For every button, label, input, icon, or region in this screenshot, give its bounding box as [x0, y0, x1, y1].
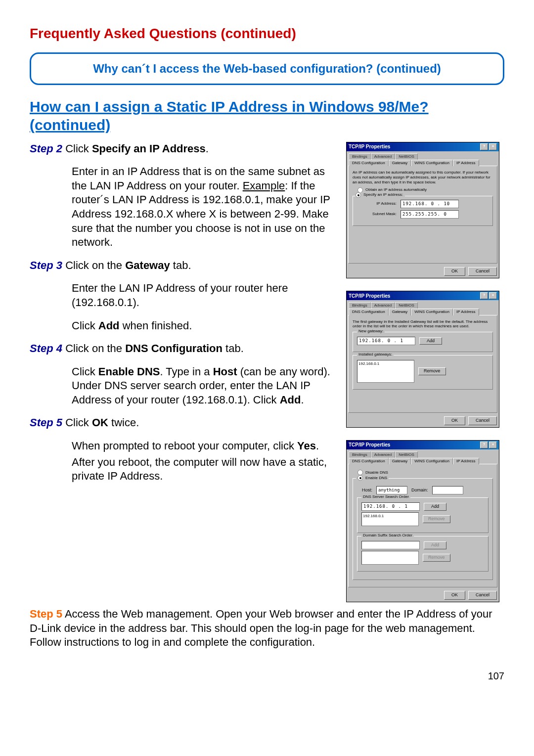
step2-body: Enter in an IP Address that is on the sa… [72, 165, 336, 250]
close-icon[interactable]: × [489, 143, 497, 150]
tab-gateway[interactable]: Gateway [389, 309, 411, 315]
remove-button[interactable]: Remove [423, 515, 450, 523]
tab-dns[interactable]: DNS Configuration [349, 160, 389, 166]
close-icon[interactable]: × [489, 442, 497, 448]
subnet-mask-label: Subnet Mask: [369, 212, 397, 217]
remove-button[interactable]: Remove [418, 367, 446, 375]
help-icon[interactable]: ? [480, 292, 488, 299]
close-icon[interactable]: × [489, 292, 497, 299]
tab-bindings[interactable]: Bindings [349, 153, 371, 160]
tcpip-dialog-ipaddress: TCP/IP Properties ? × Bindings Advanced … [346, 142, 499, 278]
host-input[interactable]: anything [376, 486, 407, 494]
step3-body1: Enter the LAN IP Address of your router … [72, 281, 336, 310]
help-icon[interactable]: ? [480, 143, 488, 150]
ip-address-label: IP Address: [369, 201, 397, 206]
tcpip-dialog-dns: TCP/IP Properties ? × Bindings Advanced … [346, 440, 499, 602]
domain-label: Domain: [411, 488, 428, 493]
subnet-mask-input[interactable]: 255.255.255. 0 [400, 210, 459, 219]
step5a-head: Step 5 Click OK twice. [30, 416, 336, 430]
new-gateway-label: New gateway: [357, 329, 385, 334]
ok-button[interactable]: OK [444, 267, 465, 276]
step3-label: Step 3 [30, 259, 62, 271]
tab-netbios[interactable]: NetBIOS [395, 302, 418, 309]
cancel-button[interactable]: Cancel [468, 416, 497, 425]
dialog-title: TCP/IP Properties [349, 143, 390, 150]
tab-dns[interactable]: DNS Configuration [349, 458, 389, 464]
step5a-body1: When prompted to reboot your computer, c… [72, 439, 336, 453]
page-number: 107 [30, 669, 504, 682]
callout-box: Why can´t I access the Web-based configu… [30, 52, 504, 85]
add-button[interactable]: Add [424, 541, 446, 549]
tab-wins[interactable]: WINS Configuration [411, 160, 453, 166]
dialog-title: TCP/IP Properties [349, 442, 390, 448]
radio-specify[interactable]: Specify an IP address: [356, 192, 405, 198]
tab-dns[interactable]: DNS Configuration [349, 309, 389, 315]
installed-gateways-label: Installed gateways: [357, 352, 394, 357]
step5a-label: Step 5 [30, 416, 62, 429]
step2-head: Step 2 Click Specify an IP Address. [30, 142, 336, 156]
tab-bindings[interactable]: Bindings [349, 451, 371, 458]
ok-button[interactable]: OK [444, 416, 465, 425]
radio-enable-dns[interactable]: Enable DNS [357, 475, 387, 481]
new-gateway-input[interactable]: 192.168. 0 . 1 [357, 337, 415, 345]
tab-gateway[interactable]: Gateway [389, 160, 411, 166]
step4-body: Click Enable DNS. Type in a Host (can be… [72, 365, 336, 407]
cancel-button[interactable]: Cancel [468, 267, 497, 276]
step5a-body2: After you reboot, the computer will now … [72, 455, 336, 484]
ok-button[interactable]: OK [444, 591, 465, 600]
tab-advanced[interactable]: Advanced [371, 153, 396, 160]
tab-wins[interactable]: WINS Configuration [411, 458, 453, 464]
ip-address-input[interactable]: 192.168. 0 . 10 [400, 200, 459, 208]
step5b-body: Step 5 Access the Web management. Open y… [30, 607, 504, 650]
domain-suffix-label: Domain Suffix Search Order [361, 533, 414, 538]
step4-head: Step 4 Click on the DNS Configuration ta… [30, 342, 336, 356]
add-button[interactable]: Add [424, 503, 446, 511]
dialog-title: TCP/IP Properties [349, 293, 390, 299]
remove-button[interactable]: Remove [423, 554, 450, 562]
step2-label: Step 2 [30, 142, 62, 155]
tab-ipaddress[interactable]: IP Address [453, 160, 479, 166]
add-button[interactable]: Add [419, 337, 442, 345]
domain-input[interactable] [432, 486, 463, 494]
step3-head: Step 3 Click on the Gateway tab. [30, 259, 336, 273]
tab-advanced[interactable]: Advanced [371, 302, 396, 309]
help-text: An IP address can be automatically assig… [353, 170, 493, 184]
help-text: The first gateway in the Installed Gatew… [353, 319, 493, 329]
tab-netbios[interactable]: NetBIOS [395, 153, 418, 160]
step5b-label: Step 5 [30, 608, 62, 620]
tab-wins[interactable]: WINS Configuration [411, 309, 453, 315]
domain-suffix-input[interactable] [361, 541, 420, 549]
tab-gateway[interactable]: Gateway [389, 458, 411, 464]
tab-advanced[interactable]: Advanced [371, 451, 396, 458]
domain-suffix-list[interactable] [361, 551, 419, 565]
dns-search-order-label: DNS Server Search Order [361, 494, 410, 499]
host-label: Host: [362, 488, 372, 493]
help-icon[interactable]: ? [480, 442, 488, 448]
tcpip-dialog-gateway: TCP/IP Properties ? × Bindings Advanced … [346, 291, 499, 427]
tab-bindings[interactable]: Bindings [349, 302, 371, 309]
dns-server-list[interactable]: 192.168.0.1 [361, 512, 419, 526]
cancel-button[interactable]: Cancel [468, 591, 497, 600]
step3-body2: Click Add when finished. [72, 319, 336, 333]
tab-netbios[interactable]: NetBIOS [395, 451, 418, 458]
tab-ipaddress[interactable]: IP Address [453, 309, 479, 315]
subheading: How can I assign a Static IP Address in … [30, 97, 504, 134]
page-title: Frequently Asked Questions (continued) [30, 25, 504, 43]
tab-ipaddress[interactable]: IP Address [453, 458, 479, 464]
radio-disable-dns[interactable]: Disable DNS [357, 470, 493, 475]
dns-server-input[interactable]: 192.168. 0 . 1 [361, 502, 420, 511]
installed-gateways-list[interactable]: 192.168.0.1 [357, 360, 414, 383]
step4-label: Step 4 [30, 342, 62, 355]
